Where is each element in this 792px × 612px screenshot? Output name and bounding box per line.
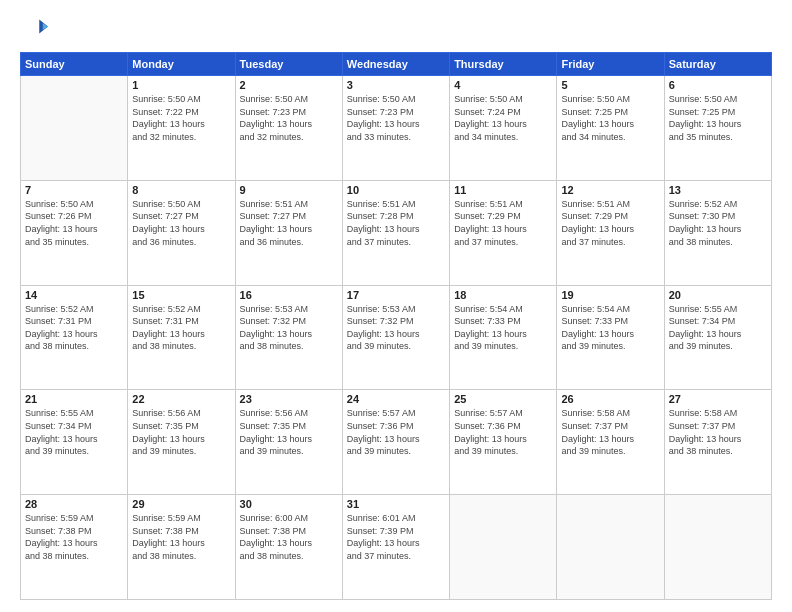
day-info: Sunrise: 5:58 AM Sunset: 7:37 PM Dayligh…: [561, 407, 659, 457]
calendar-cell: 30Sunrise: 6:00 AM Sunset: 7:38 PM Dayli…: [235, 495, 342, 600]
day-info: Sunrise: 5:56 AM Sunset: 7:35 PM Dayligh…: [132, 407, 230, 457]
calendar-cell: 7Sunrise: 5:50 AM Sunset: 7:26 PM Daylig…: [21, 180, 128, 285]
day-number: 25: [454, 393, 552, 405]
day-info: Sunrise: 5:58 AM Sunset: 7:37 PM Dayligh…: [669, 407, 767, 457]
weekday-header: Sunday: [21, 53, 128, 76]
day-number: 8: [132, 184, 230, 196]
day-info: Sunrise: 5:55 AM Sunset: 7:34 PM Dayligh…: [25, 407, 123, 457]
day-info: Sunrise: 5:51 AM Sunset: 7:28 PM Dayligh…: [347, 198, 445, 248]
day-info: Sunrise: 5:50 AM Sunset: 7:22 PM Dayligh…: [132, 93, 230, 143]
day-number: 14: [25, 289, 123, 301]
day-info: Sunrise: 5:59 AM Sunset: 7:38 PM Dayligh…: [132, 512, 230, 562]
day-info: Sunrise: 5:54 AM Sunset: 7:33 PM Dayligh…: [454, 303, 552, 353]
day-number: 24: [347, 393, 445, 405]
weekday-header: Monday: [128, 53, 235, 76]
day-number: 26: [561, 393, 659, 405]
day-info: Sunrise: 5:50 AM Sunset: 7:27 PM Dayligh…: [132, 198, 230, 248]
day-number: 22: [132, 393, 230, 405]
day-info: Sunrise: 5:51 AM Sunset: 7:29 PM Dayligh…: [561, 198, 659, 248]
logo: [20, 16, 52, 44]
calendar-cell: 20Sunrise: 5:55 AM Sunset: 7:34 PM Dayli…: [664, 285, 771, 390]
calendar-cell: 15Sunrise: 5:52 AM Sunset: 7:31 PM Dayli…: [128, 285, 235, 390]
day-number: 1: [132, 79, 230, 91]
calendar-table: SundayMondayTuesdayWednesdayThursdayFrid…: [20, 52, 772, 600]
day-number: 27: [669, 393, 767, 405]
day-info: Sunrise: 5:51 AM Sunset: 7:29 PM Dayligh…: [454, 198, 552, 248]
day-info: Sunrise: 5:50 AM Sunset: 7:25 PM Dayligh…: [561, 93, 659, 143]
day-number: 5: [561, 79, 659, 91]
week-row: 1Sunrise: 5:50 AM Sunset: 7:22 PM Daylig…: [21, 76, 772, 181]
day-info: Sunrise: 5:50 AM Sunset: 7:24 PM Dayligh…: [454, 93, 552, 143]
day-info: Sunrise: 5:53 AM Sunset: 7:32 PM Dayligh…: [347, 303, 445, 353]
day-info: Sunrise: 5:52 AM Sunset: 7:31 PM Dayligh…: [132, 303, 230, 353]
day-info: Sunrise: 5:50 AM Sunset: 7:23 PM Dayligh…: [240, 93, 338, 143]
day-number: 29: [132, 498, 230, 510]
day-number: 16: [240, 289, 338, 301]
day-info: Sunrise: 5:56 AM Sunset: 7:35 PM Dayligh…: [240, 407, 338, 457]
day-info: Sunrise: 5:50 AM Sunset: 7:23 PM Dayligh…: [347, 93, 445, 143]
weekday-header: Wednesday: [342, 53, 449, 76]
calendar-cell: [21, 76, 128, 181]
calendar-cell: 23Sunrise: 5:56 AM Sunset: 7:35 PM Dayli…: [235, 390, 342, 495]
day-info: Sunrise: 5:59 AM Sunset: 7:38 PM Dayligh…: [25, 512, 123, 562]
day-number: 12: [561, 184, 659, 196]
day-number: 15: [132, 289, 230, 301]
day-info: Sunrise: 5:52 AM Sunset: 7:30 PM Dayligh…: [669, 198, 767, 248]
svg-marker-1: [43, 23, 48, 30]
day-number: 10: [347, 184, 445, 196]
day-info: Sunrise: 5:57 AM Sunset: 7:36 PM Dayligh…: [347, 407, 445, 457]
calendar-cell: 12Sunrise: 5:51 AM Sunset: 7:29 PM Dayli…: [557, 180, 664, 285]
calendar-cell: 14Sunrise: 5:52 AM Sunset: 7:31 PM Dayli…: [21, 285, 128, 390]
header: [20, 16, 772, 44]
day-number: 6: [669, 79, 767, 91]
day-number: 20: [669, 289, 767, 301]
calendar-cell: [664, 495, 771, 600]
calendar-page: SundayMondayTuesdayWednesdayThursdayFrid…: [0, 0, 792, 612]
weekday-header-row: SundayMondayTuesdayWednesdayThursdayFrid…: [21, 53, 772, 76]
day-info: Sunrise: 5:50 AM Sunset: 7:25 PM Dayligh…: [669, 93, 767, 143]
calendar-cell: 3Sunrise: 5:50 AM Sunset: 7:23 PM Daylig…: [342, 76, 449, 181]
weekday-header: Saturday: [664, 53, 771, 76]
day-info: Sunrise: 5:53 AM Sunset: 7:32 PM Dayligh…: [240, 303, 338, 353]
week-row: 7Sunrise: 5:50 AM Sunset: 7:26 PM Daylig…: [21, 180, 772, 285]
calendar-cell: 25Sunrise: 5:57 AM Sunset: 7:36 PM Dayli…: [450, 390, 557, 495]
day-number: 30: [240, 498, 338, 510]
calendar-cell: 21Sunrise: 5:55 AM Sunset: 7:34 PM Dayli…: [21, 390, 128, 495]
weekday-header: Friday: [557, 53, 664, 76]
calendar-cell: 19Sunrise: 5:54 AM Sunset: 7:33 PM Dayli…: [557, 285, 664, 390]
day-number: 2: [240, 79, 338, 91]
calendar-cell: 9Sunrise: 5:51 AM Sunset: 7:27 PM Daylig…: [235, 180, 342, 285]
calendar-cell: 1Sunrise: 5:50 AM Sunset: 7:22 PM Daylig…: [128, 76, 235, 181]
day-info: Sunrise: 5:57 AM Sunset: 7:36 PM Dayligh…: [454, 407, 552, 457]
day-number: 21: [25, 393, 123, 405]
calendar-cell: 27Sunrise: 5:58 AM Sunset: 7:37 PM Dayli…: [664, 390, 771, 495]
weekday-header: Thursday: [450, 53, 557, 76]
calendar-cell: 26Sunrise: 5:58 AM Sunset: 7:37 PM Dayli…: [557, 390, 664, 495]
weekday-header: Tuesday: [235, 53, 342, 76]
day-number: 23: [240, 393, 338, 405]
calendar-cell: 2Sunrise: 5:50 AM Sunset: 7:23 PM Daylig…: [235, 76, 342, 181]
day-number: 18: [454, 289, 552, 301]
calendar-cell: 24Sunrise: 5:57 AM Sunset: 7:36 PM Dayli…: [342, 390, 449, 495]
calendar-cell: 17Sunrise: 5:53 AM Sunset: 7:32 PM Dayli…: [342, 285, 449, 390]
day-number: 13: [669, 184, 767, 196]
day-info: Sunrise: 6:01 AM Sunset: 7:39 PM Dayligh…: [347, 512, 445, 562]
calendar-cell: 22Sunrise: 5:56 AM Sunset: 7:35 PM Dayli…: [128, 390, 235, 495]
calendar-cell: 5Sunrise: 5:50 AM Sunset: 7:25 PM Daylig…: [557, 76, 664, 181]
day-info: Sunrise: 6:00 AM Sunset: 7:38 PM Dayligh…: [240, 512, 338, 562]
day-number: 4: [454, 79, 552, 91]
calendar-cell: 8Sunrise: 5:50 AM Sunset: 7:27 PM Daylig…: [128, 180, 235, 285]
day-number: 31: [347, 498, 445, 510]
calendar-cell: 29Sunrise: 5:59 AM Sunset: 7:38 PM Dayli…: [128, 495, 235, 600]
day-number: 11: [454, 184, 552, 196]
calendar-cell: [557, 495, 664, 600]
day-info: Sunrise: 5:50 AM Sunset: 7:26 PM Dayligh…: [25, 198, 123, 248]
week-row: 28Sunrise: 5:59 AM Sunset: 7:38 PM Dayli…: [21, 495, 772, 600]
calendar-cell: 4Sunrise: 5:50 AM Sunset: 7:24 PM Daylig…: [450, 76, 557, 181]
calendar-cell: 10Sunrise: 5:51 AM Sunset: 7:28 PM Dayli…: [342, 180, 449, 285]
week-row: 21Sunrise: 5:55 AM Sunset: 7:34 PM Dayli…: [21, 390, 772, 495]
day-number: 7: [25, 184, 123, 196]
logo-icon: [20, 16, 48, 44]
calendar-cell: 13Sunrise: 5:52 AM Sunset: 7:30 PM Dayli…: [664, 180, 771, 285]
day-info: Sunrise: 5:55 AM Sunset: 7:34 PM Dayligh…: [669, 303, 767, 353]
